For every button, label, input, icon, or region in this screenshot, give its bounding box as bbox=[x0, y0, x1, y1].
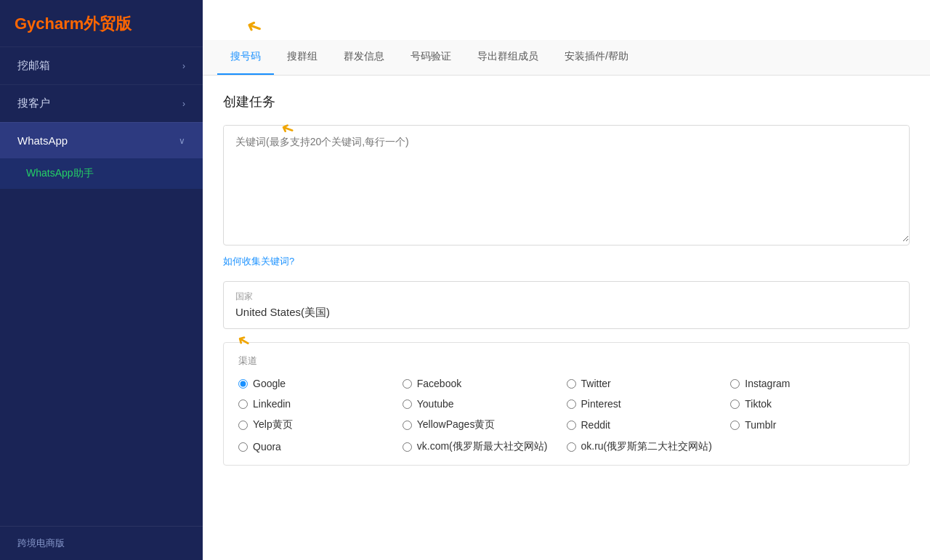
channel-option-reddit[interactable]: Reddit bbox=[567, 418, 731, 431]
channel-option-yelp[interactable]: Yelp黄页 bbox=[238, 418, 403, 431]
channel-radio-yellowpages[interactable] bbox=[403, 421, 412, 430]
chevron-right-icon: › bbox=[182, 61, 185, 71]
tab-mass-message[interactable]: 群发信息 bbox=[331, 40, 397, 75]
sidebar-item-whatsapp-helper-label: WhatsApp助手 bbox=[26, 167, 94, 179]
content-area: 创建任务 ➜ 如何收集关键词? 国家 United States(美国) ➜ 渠… bbox=[203, 76, 930, 483]
channel-option-quora[interactable]: Quora bbox=[238, 440, 403, 453]
keywords-textarea[interactable] bbox=[224, 126, 909, 242]
channel-option-facebook[interactable]: Facebook bbox=[403, 378, 567, 389]
tab-verify-number[interactable]: 号码验证 bbox=[397, 40, 464, 75]
sidebar: Gycharm外贸版 挖邮箱 › 搜客户 › WhatsApp ∨ WhatsA… bbox=[0, 0, 203, 560]
channel-radio-vkcom[interactable] bbox=[403, 442, 412, 452]
chevron-down-icon: ∨ bbox=[179, 136, 185, 146]
channel-radio-youtube[interactable] bbox=[403, 399, 412, 409]
channel-option-label-quora: Quora bbox=[253, 441, 281, 453]
channel-option-label-facebook: Facebook bbox=[417, 378, 461, 389]
channel-radio-google[interactable] bbox=[238, 379, 248, 389]
channel-radio-facebook[interactable] bbox=[403, 379, 412, 389]
sidebar-item-dig-mail-label: 挖邮箱 bbox=[17, 59, 50, 73]
channel-radio-instagram[interactable] bbox=[730, 379, 740, 389]
channel-radio-pinterest[interactable] bbox=[567, 399, 576, 409]
channel-radio-quora[interactable] bbox=[238, 442, 248, 452]
country-box[interactable]: 国家 United States(美国) bbox=[223, 281, 910, 329]
sidebar-footer-label: 跨境电商版 bbox=[17, 537, 65, 548]
channel-option-label-okru: ok.ru(俄罗斯第二大社交网站) bbox=[581, 440, 712, 453]
tab-export-group[interactable]: 导出群组成员 bbox=[464, 40, 551, 75]
channel-option-label-yellowpages: YellowPages黄页 bbox=[417, 418, 496, 431]
channel-option-label-instagram: Instagram bbox=[745, 378, 790, 389]
channel-radio-reddit[interactable] bbox=[567, 421, 576, 430]
tab-search-group[interactable]: 搜群组 bbox=[274, 40, 331, 75]
chevron-right-icon: › bbox=[182, 99, 185, 109]
channel-grid: GoogleFacebookTwitterInstagramLinkedinYo… bbox=[238, 378, 894, 453]
main-content: ➜ 搜号码 搜群组 群发信息 号码验证 导出群组成员 安装插件/帮助 创建任务 … bbox=[203, 0, 930, 560]
channel-option-tumblr[interactable]: Tumblr bbox=[730, 418, 894, 431]
channel-option-label-pinterest: Pinterest bbox=[581, 398, 621, 410]
top-arrow-icon: ➜ bbox=[243, 14, 265, 41]
channel-radio-twitter[interactable] bbox=[567, 379, 576, 389]
sidebar-item-search-customer[interactable]: 搜客户 › bbox=[0, 84, 203, 122]
sidebar-item-dig-mail[interactable]: 挖邮箱 › bbox=[0, 46, 203, 84]
channel-option-vkcom[interactable]: vk.com(俄罗斯最大社交网站) bbox=[403, 440, 567, 453]
channel-option-label-tumblr: Tumblr bbox=[745, 419, 776, 431]
channel-option-label-twitter: Twitter bbox=[581, 378, 611, 389]
channel-option-label-google: Google bbox=[253, 378, 286, 389]
section-title: 创建任务 bbox=[223, 93, 910, 110]
channel-option-label-reddit: Reddit bbox=[581, 419, 610, 431]
channel-option-label-tiktok: Tiktok bbox=[745, 398, 772, 410]
channel-option-label-yelp: Yelp黄页 bbox=[253, 418, 293, 431]
channel-option-google[interactable]: Google bbox=[238, 378, 403, 389]
channel-section: 渠道 GoogleFacebookTwitterInstagramLinkedi… bbox=[223, 342, 910, 466]
channel-option-tiktok[interactable]: Tiktok bbox=[730, 398, 894, 410]
sidebar-item-search-customer-label: 搜客户 bbox=[17, 97, 50, 110]
channel-option-yellowpages[interactable]: YellowPages黄页 bbox=[403, 418, 567, 431]
channel-option-label-youtube: Youtube bbox=[417, 398, 454, 410]
country-value: United States(美国) bbox=[235, 306, 897, 320]
channel-option-pinterest[interactable]: Pinterest bbox=[567, 398, 731, 410]
channel-radio-yelp[interactable] bbox=[238, 421, 248, 430]
help-link[interactable]: 如何收集关键词? bbox=[223, 255, 294, 268]
channel-radio-tiktok[interactable] bbox=[730, 399, 740, 409]
country-label: 国家 bbox=[235, 291, 897, 303]
channel-option-okru[interactable]: ok.ru(俄罗斯第二大社交网站) bbox=[567, 440, 731, 453]
arrow-area: ➜ bbox=[203, 0, 930, 40]
channel-option-instagram[interactable]: Instagram bbox=[730, 378, 894, 389]
channel-radio-linkedin[interactable] bbox=[238, 399, 248, 409]
channel-option-label-linkedin: Linkedin bbox=[253, 398, 291, 410]
sidebar-item-whatsapp[interactable]: WhatsApp ∨ bbox=[0, 122, 203, 158]
sidebar-item-whatsapp-helper[interactable]: WhatsApp助手 bbox=[0, 158, 203, 189]
sidebar-logo: Gycharm外贸版 bbox=[0, 0, 203, 46]
tab-install-plugin[interactable]: 安装插件/帮助 bbox=[551, 40, 642, 75]
tab-search-number[interactable]: 搜号码 bbox=[217, 40, 274, 75]
channel-radio-tumblr[interactable] bbox=[730, 421, 740, 430]
channel-label: 渠道 bbox=[238, 354, 894, 368]
channel-option-linkedin[interactable]: Linkedin bbox=[238, 398, 403, 410]
keywords-textarea-wrapper bbox=[223, 125, 910, 245]
channel-option-label-vkcom: vk.com(俄罗斯最大社交网站) bbox=[417, 440, 548, 453]
channel-option-youtube[interactable]: Youtube bbox=[403, 398, 567, 410]
sidebar-footer: 跨境电商版 bbox=[0, 526, 203, 560]
sidebar-item-whatsapp-label: WhatsApp bbox=[17, 134, 68, 147]
channel-radio-okru[interactable] bbox=[567, 442, 576, 452]
tabs-bar: 搜号码 搜群组 群发信息 号码验证 导出群组成员 安装插件/帮助 bbox=[203, 40, 930, 76]
channel-option-twitter[interactable]: Twitter bbox=[567, 378, 731, 389]
